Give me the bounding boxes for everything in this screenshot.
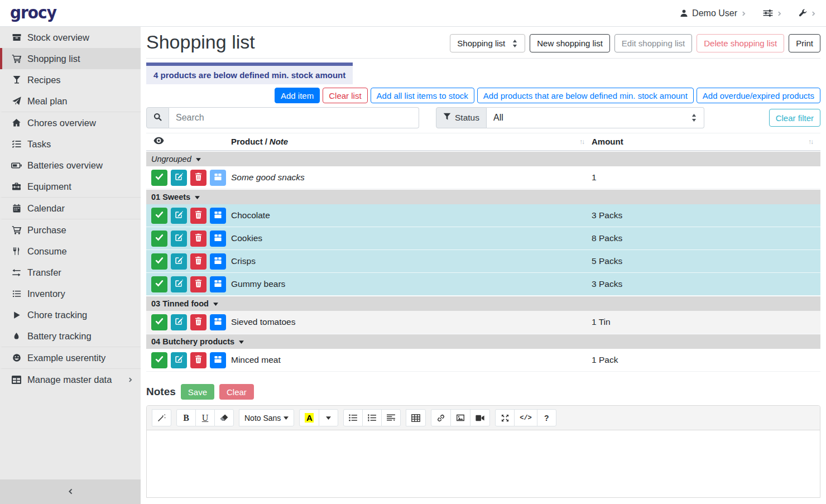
new-shopping-list-button[interactable]: New shopping list xyxy=(530,34,610,52)
amount-column-header[interactable]: Amount ↑↓ xyxy=(592,137,820,146)
sidebar-collapse-button[interactable] xyxy=(0,479,141,504)
edit-shopping-list-button[interactable]: Edit shopping list xyxy=(614,34,692,52)
sidebar-item-meal-plan[interactable]: Meal plan xyxy=(0,90,141,112)
font-name-button[interactable]: Noto Sans xyxy=(239,409,294,426)
clear-notes-button[interactable]: Clear xyxy=(219,384,254,400)
font-color-button[interactable]: A xyxy=(299,409,319,426)
mark-done-button[interactable] xyxy=(151,170,167,186)
group-row[interactable]: 04 Butchery products xyxy=(146,334,820,349)
edit-item-button[interactable] xyxy=(171,253,187,270)
delete-item-button[interactable] xyxy=(190,352,206,368)
mark-done-button[interactable] xyxy=(151,276,167,292)
app-logo[interactable]: grocy xyxy=(10,3,56,23)
add-to-stock-button[interactable] xyxy=(210,314,226,330)
sidebar-item-equipment[interactable]: Equipment xyxy=(0,176,141,197)
search-input[interactable] xyxy=(169,107,419,128)
bold-button[interactable]: B xyxy=(176,409,196,426)
help-button[interactable]: ? xyxy=(537,409,556,426)
edit-item-button[interactable] xyxy=(171,276,187,292)
clear-filter-button[interactable]: Clear filter xyxy=(769,109,820,127)
sort-icon[interactable]: ↑↓ xyxy=(579,138,584,146)
sidebar-item-transfer[interactable]: Transfer xyxy=(0,262,141,283)
exchange-icon xyxy=(10,268,23,277)
eraser-button[interactable] xyxy=(214,409,234,426)
print-button[interactable]: Print xyxy=(789,34,820,52)
sidebar-item-purchase[interactable]: Purchase xyxy=(0,219,141,241)
insert-picture-button[interactable] xyxy=(450,409,470,426)
delete-item-button[interactable] xyxy=(190,276,206,292)
product-amount: 8 Packs xyxy=(592,233,820,243)
delete-item-button[interactable] xyxy=(190,231,206,247)
sidebar-item-recipes[interactable]: Recipes xyxy=(0,69,141,90)
group-row[interactable]: 01 Sweets xyxy=(146,190,820,204)
insert-video-button[interactable] xyxy=(470,409,490,426)
sidebar-item-calendar[interactable]: Calendar xyxy=(0,197,141,219)
actions-row: Add item Clear list Add all list items t… xyxy=(146,88,820,103)
admin-menu[interactable] xyxy=(799,9,816,17)
status-select[interactable]: All xyxy=(487,107,704,128)
sidebar-item-example-userentity[interactable]: Example userentity xyxy=(0,347,141,368)
fullscreen-button[interactable] xyxy=(495,409,515,426)
mark-done-button[interactable] xyxy=(151,253,167,270)
product-row: Sieved tomatoes1 Tin xyxy=(146,311,820,334)
sidebar-item-label: Chores overview xyxy=(27,118,96,128)
sidebar-item-inventory[interactable]: Inventory xyxy=(0,283,141,304)
settings-menu[interactable] xyxy=(763,9,782,17)
sidebar-item-manage-master-data[interactable]: Manage master data xyxy=(0,368,141,390)
mark-done-button[interactable] xyxy=(151,208,167,224)
sidebar-item-stock-overview[interactable]: Stock overview xyxy=(0,27,141,48)
delete-item-button[interactable] xyxy=(190,170,206,186)
save-notes-button[interactable]: Save xyxy=(181,384,214,400)
sidebar-item-battery-tracking[interactable]: Battery tracking xyxy=(0,325,141,347)
mark-done-button[interactable] xyxy=(151,352,167,368)
paragraph-align-button[interactable] xyxy=(381,409,401,426)
shopping-list-select[interactable]: Shopping list xyxy=(450,34,525,52)
product-column-header[interactable]: Product / Note ↑↓ xyxy=(231,137,592,146)
add-to-stock-button[interactable] xyxy=(210,253,226,270)
delete-item-button[interactable] xyxy=(190,314,206,330)
group-row[interactable]: 03 Tinned food xyxy=(146,296,820,311)
clear-list-button[interactable]: Clear list xyxy=(323,88,367,103)
font-color-caret-button[interactable] xyxy=(319,409,338,426)
user-menu[interactable]: Demo User xyxy=(680,8,746,18)
mark-done-button[interactable] xyxy=(151,231,167,247)
add-to-stock-button[interactable] xyxy=(210,170,226,186)
group-row[interactable]: Ungrouped xyxy=(146,152,820,166)
list-icon xyxy=(10,290,23,298)
unordered-list-button[interactable] xyxy=(343,409,363,426)
edit-item-button[interactable] xyxy=(171,352,187,368)
sort-icon[interactable]: ↑↓ xyxy=(808,138,813,146)
delete-shopping-list-button[interactable]: Delete shopping list xyxy=(697,34,784,52)
insert-link-button[interactable] xyxy=(431,409,451,426)
sidebar-item-chore-tracking[interactable]: Chore tracking xyxy=(0,304,141,325)
add-overdue-button[interactable]: Add overdue/expired products xyxy=(697,88,820,103)
sidebar-item-consume[interactable]: Consume xyxy=(0,241,141,262)
edit-item-button[interactable] xyxy=(171,314,187,330)
insert-table-button[interactable] xyxy=(406,409,426,426)
delete-item-button[interactable] xyxy=(190,208,206,224)
add-to-stock-button[interactable] xyxy=(210,352,226,368)
add-below-min-stock-button[interactable]: Add products that are below defined min.… xyxy=(477,88,694,103)
add-to-stock-button[interactable] xyxy=(210,208,226,224)
chevron-right-icon xyxy=(811,11,816,17)
code-view-button[interactable]: </> xyxy=(514,409,537,426)
sidebar-item-label: Equipment xyxy=(27,181,71,192)
notes-edit-area[interactable] xyxy=(147,430,820,497)
underline-button[interactable]: U xyxy=(195,409,215,426)
sidebar-item-tasks[interactable]: Tasks xyxy=(0,133,141,155)
sidebar-item-batteries-overview[interactable]: Batteries overview xyxy=(0,155,141,176)
add-to-stock-button[interactable] xyxy=(210,231,226,247)
mark-done-button[interactable] xyxy=(151,314,167,330)
sidebar-item-shopping-list[interactable]: Shopping list xyxy=(0,48,141,69)
magic-wand-button[interactable] xyxy=(152,409,171,426)
ordered-list-button[interactable] xyxy=(362,409,382,426)
add-to-stock-button[interactable] xyxy=(210,276,226,292)
sidebar-item-chores-overview[interactable]: Chores overview xyxy=(0,112,141,133)
delete-item-button[interactable] xyxy=(190,253,206,270)
edit-item-button[interactable] xyxy=(171,231,187,247)
add-item-button[interactable]: Add item xyxy=(275,88,320,103)
add-all-to-stock-button[interactable]: Add all list items to stock xyxy=(371,88,474,103)
edit-item-button[interactable] xyxy=(171,208,187,224)
edit-item-button[interactable] xyxy=(171,170,187,186)
sidebar-item-label: Manage master data xyxy=(27,375,112,385)
